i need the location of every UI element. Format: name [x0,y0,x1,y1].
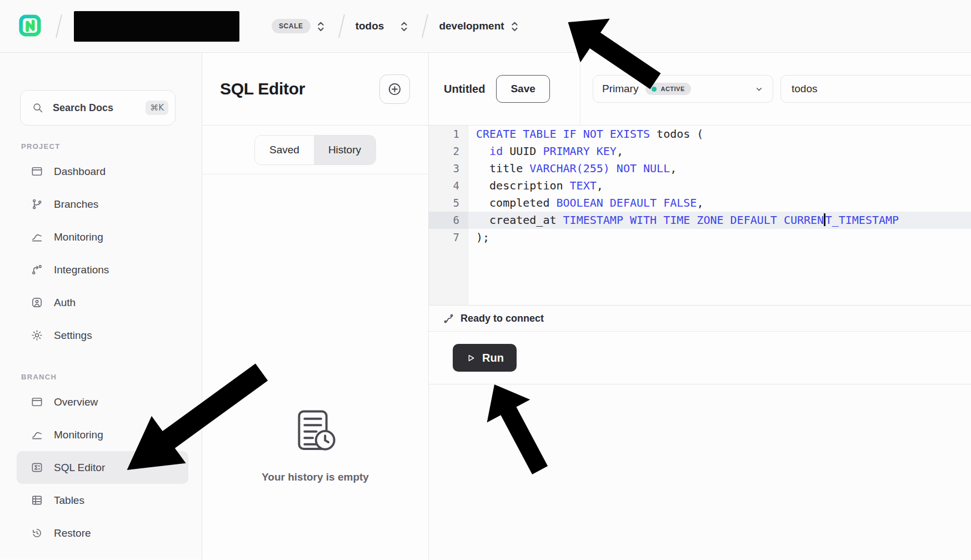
sidebar-item-tables[interactable]: Tables [17,484,188,517]
integrations-icon [31,263,43,276]
breadcrumb-label[interactable]: todos [356,20,384,32]
line-number: 2 [429,143,468,160]
sort-chevrons-icon[interactable] [511,21,518,32]
sidebar-item-monitoring[interactable]: Monitoring [17,418,188,451]
code-line-3[interactable]: 3 title VARCHAR(255) NOT NULL, [429,160,971,177]
branch-selector-dropdown[interactable]: Primary ACTIVE [593,75,773,103]
sort-chevrons-icon[interactable] [317,21,324,32]
neon-logo-icon[interactable] [18,14,42,38]
sidebar-item-label: Restore [54,527,91,539]
restore-icon [31,527,43,539]
search-label: Search Docs [53,102,113,114]
code-line-4[interactable]: 4 description TEXT, [429,177,971,194]
query-panel: Untitled Save Primary ACTIVE todos [429,53,971,559]
sidebar-item-label: Auth [54,297,76,309]
breadcrumb-separator [338,13,346,39]
sidebar-item-auth[interactable]: Auth [17,286,188,319]
auth-icon [31,296,43,309]
sidebar-item-label: Monitoring [54,429,103,441]
code-line-5[interactable]: 5 completed BOOLEAN DEFAULT FALSE, [429,194,971,212]
monitoring-icon [31,231,43,243]
search-docs-input[interactable]: Search Docs ⌘K [20,90,176,126]
sql-editor-icon [31,461,43,474]
code-line-6[interactable]: 6 created_at TIMESTAMP WITH TIME ZONE DE… [429,212,971,229]
history-document-icon [290,408,341,457]
line-number: 3 [429,160,468,177]
sidebar-item-label: Dashboard [54,166,106,178]
tables-icon [31,494,43,507]
code-line-1[interactable]: 1CREATE TABLE IF NOT EXISTS todos ( [429,126,971,143]
code-text: created_at TIMESTAMP WITH TIME ZONE DEFA… [468,212,971,229]
scale-plan-badge: SCALE [272,19,311,33]
redacted-project-name[interactable] [74,11,239,42]
code-text: ); [468,229,971,246]
breadcrumb-separator [55,13,63,39]
sidebar-item-restore[interactable]: Restore [17,517,188,549]
database-selector-value: todos [792,83,817,95]
line-number: 4 [429,177,468,194]
breadcrumb-label[interactable]: development [439,20,504,32]
sidebar-item-branches[interactable]: Branches [17,188,188,221]
sidebar-item-monitoring[interactable]: Monitoring [17,221,188,253]
sidebar-section-label-project: PROJECT [21,142,202,151]
status-text: Ready to connect [461,313,544,324]
sql-editor-list-panel: SQL Editor Saved History Your history is… [202,53,429,559]
sidebar-item-label: Settings [54,329,92,342]
code-text: CREATE TABLE IF NOT EXISTS todos ( [468,126,971,143]
sort-chevrons-icon[interactable] [401,21,408,32]
sidebar-item-label: Branches [54,198,98,211]
sidebar-item-label: Integrations [54,264,109,276]
code-text: description TEXT, [468,177,971,194]
results-area [429,384,971,559]
code-text: completed BOOLEAN DEFAULT FALSE, [468,194,971,212]
sidebar-item-dashboard[interactable]: Dashboard [17,155,188,188]
search-icon [32,102,44,114]
chevron-down-icon [754,84,764,94]
overview-icon [31,396,43,408]
branch-selector-value: Primary [602,83,638,95]
status-badge: ACTIVE [645,83,690,95]
settings-icon [31,329,43,342]
project-plan-selector[interactable]: SCALE [239,19,324,33]
breadcrumb-separator [421,13,429,39]
sidebar-item-label: Monitoring [54,231,103,243]
play-icon [466,353,476,363]
breadcrumb-branch-development[interactable]: development [429,20,518,32]
history-empty-state: Your history is empty [202,174,428,559]
run-button[interactable]: Run [453,344,517,372]
new-query-button[interactable] [379,74,410,104]
connect-plug-icon [443,313,454,324]
sidebar-item-label: Tables [54,494,84,507]
branches-icon [31,198,43,211]
code-line-2[interactable]: 2 id UUID PRIMARY KEY, [429,143,971,160]
breadcrumb-project-todos[interactable]: todos [346,20,408,32]
line-number: 6 [429,212,468,229]
monitoring-icon [31,428,43,441]
tab-history[interactable]: History [314,136,376,164]
saved-history-segmented-control: Saved History [254,135,376,165]
run-toolbar: Run [429,332,971,384]
panel-title: SQL Editor [220,79,305,98]
dashboard-icon [31,165,43,178]
sidebar-section-label-branch: BRANCH [21,373,202,381]
sidebar-item-integrations[interactable]: Integrations [17,253,188,286]
sidebar-item-label: SQL Editor [54,462,105,474]
sidebar-item-overview[interactable]: Overview [17,386,188,418]
history-empty-text: Your history is empty [262,471,369,483]
query-name[interactable]: Untitled [444,83,485,96]
plus-circle-icon [387,82,402,97]
sql-code-editor[interactable]: 1CREATE TABLE IF NOT EXISTS todos (2 id … [429,126,971,306]
line-number: 5 [429,194,468,212]
line-number: 1 [429,126,468,143]
tab-saved[interactable]: Saved [255,136,314,164]
save-button[interactable]: Save [496,75,549,103]
sidebar-item-sql-editor[interactable]: SQL Editor [17,451,188,484]
sidebar-item-label: Overview [54,396,98,408]
line-number: 7 [429,229,468,246]
sidebar-item-settings[interactable]: Settings [17,319,188,352]
database-selector-dropdown[interactable]: todos [780,75,971,103]
code-line-7[interactable]: 7); [429,229,971,246]
active-dot-icon [652,87,657,92]
code-text: id UUID PRIMARY KEY, [468,143,971,160]
sidebar: Search Docs ⌘K PROJECTDashboardBranchesM… [0,53,202,559]
